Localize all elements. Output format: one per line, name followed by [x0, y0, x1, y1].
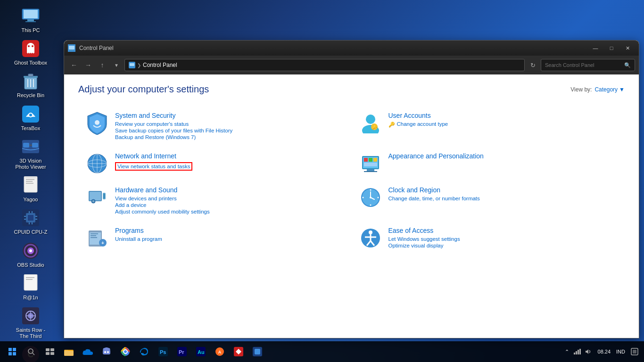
taskbar-search[interactable]	[23, 343, 40, 360]
refresh-button[interactable]: ↻	[527, 59, 539, 71]
svg-rect-22	[24, 176, 37, 192]
task-view-button[interactable]	[41, 343, 58, 360]
svg-text:Ps: Ps	[160, 349, 166, 355]
view-by-value[interactable]: Category ▼	[594, 86, 625, 93]
svg-rect-34	[29, 211, 30, 213]
system-security-link-2[interactable]: Backup and Restore (Windows 7)	[115, 134, 344, 140]
maximize-button[interactable]: □	[604, 42, 619, 54]
tray-show-hidden[interactable]: ⌃	[563, 347, 571, 356]
window-addressbar: ← → ↑ ▼ ❯ Control Panel ↻ 🔍	[64, 56, 639, 74]
svg-rect-73	[369, 158, 372, 162]
taskbar-file-explorer[interactable]	[60, 343, 77, 360]
search-input[interactable]	[545, 62, 622, 68]
notification-button[interactable]	[629, 346, 640, 357]
clock-title[interactable]: Clock and Region	[388, 186, 618, 194]
appearance-icon	[359, 152, 382, 175]
system-security-title[interactable]: System and Security	[115, 112, 344, 119]
svg-rect-30	[24, 216, 26, 217]
address-text: Control Panel	[143, 62, 177, 68]
svg-point-83	[92, 200, 94, 202]
svg-rect-44	[26, 279, 33, 280]
desktop-icon-cpuid[interactable]: CPUID CPU-Z	[12, 206, 50, 238]
svg-rect-75	[364, 163, 377, 166]
desktop-icon-obs[interactable]: OBS Studio	[12, 239, 50, 271]
svg-rect-81	[104, 194, 105, 198]
taskbar-chrome[interactable]	[117, 343, 134, 360]
desktop-icon-recycle-bin[interactable]: Recycle Bin	[12, 69, 50, 101]
nav-back-button[interactable]: ←	[68, 59, 80, 71]
system-security-link-0[interactable]: Review your computer's status	[115, 121, 344, 127]
taskbar-edge[interactable]	[136, 343, 153, 360]
svg-rect-3	[25, 21, 36, 22]
desktop-icon-r1n[interactable]: R@1n	[12, 271, 50, 304]
desktop-icon-3d-vision[interactable]: 3D Vision Photo Viewer	[12, 134, 50, 173]
hardware-link-2[interactable]: Adjust commonly used mobility settings	[115, 209, 344, 214]
svg-text:Au: Au	[198, 349, 205, 355]
time-display[interactable]: 08.24	[596, 348, 613, 355]
icon-label-recycle-bin: Recycle Bin	[17, 92, 44, 99]
taskbar-app-blue[interactable]	[249, 343, 266, 360]
svg-rect-11	[28, 74, 33, 76]
svg-rect-35	[32, 211, 33, 213]
svg-rect-2	[27, 19, 34, 21]
taskbar-onedrive[interactable]	[79, 343, 96, 360]
ease-icon	[359, 227, 382, 249]
ease-title[interactable]: Ease of Access	[388, 227, 618, 234]
taskbar-photoshop[interactable]: Ps	[155, 343, 172, 360]
desktop-icon-this-pc[interactable]: This PC	[12, 4, 50, 36]
tray-network[interactable]	[573, 347, 582, 356]
svg-point-7	[28, 45, 30, 47]
appearance-title[interactable]: Appearance and Personalization	[388, 152, 618, 160]
desktop-icon-area: This PC Ghost Toolbox	[0, 0, 61, 341]
network-link-0[interactable]: View network status and tasks	[115, 162, 192, 171]
window-controls: — □ ✕	[588, 42, 635, 54]
svg-rect-107	[13, 348, 16, 351]
ease-link-1[interactable]: Optimize visual display	[388, 243, 618, 248]
minimize-button[interactable]: —	[588, 42, 603, 54]
tray-volume[interactable]	[584, 347, 592, 356]
hardware-link-1[interactable]: Add a device	[115, 202, 344, 208]
svg-point-17	[29, 114, 32, 116]
desktop-icon-ghost-toolbox[interactable]: Ghost Toolbox	[12, 36, 50, 69]
taskbar-audition[interactable]: Au	[192, 343, 209, 360]
close-button[interactable]: ✕	[620, 42, 635, 54]
nav-up-button[interactable]: ↑	[96, 59, 108, 71]
search-box[interactable]: 🔍	[541, 59, 635, 71]
start-button[interactable]	[4, 343, 21, 360]
view-by: View by: Category ▼	[570, 86, 625, 93]
svg-rect-6	[27, 47, 34, 52]
desktop-icon-yagoo[interactable]: Yagoo	[12, 173, 50, 206]
programs-link-0[interactable]: Uninstall a program	[115, 236, 344, 242]
system-security-link-1[interactable]: Save backup copies of your files with Fi…	[115, 128, 344, 133]
svg-rect-33	[35, 219, 37, 220]
path-icon	[129, 62, 135, 68]
taskbar-discord[interactable]	[98, 343, 115, 360]
desktop-icon-terabox[interactable]: TeraBox	[12, 102, 50, 134]
user-accounts-title[interactable]: User Accounts	[388, 112, 618, 119]
user-accounts-icon: 🔑	[359, 112, 382, 134]
nav-forward-button[interactable]: →	[82, 59, 94, 71]
nav-recent-button[interactable]: ▼	[110, 59, 123, 71]
svg-rect-24	[26, 179, 34, 180]
clock-link-0[interactable]: Change date, time, or number formats	[388, 196, 618, 201]
svg-point-110	[28, 349, 33, 354]
chevron-down-icon: ▼	[619, 86, 625, 93]
programs-title[interactable]: Programs	[115, 227, 344, 234]
svg-text:Pr: Pr	[179, 349, 184, 355]
address-right: ↻	[527, 59, 539, 71]
taskbar-app-red[interactable]	[230, 343, 247, 360]
cp-section-ease: Ease of Access Let Windows suggest setti…	[352, 221, 625, 255]
desktop-icon-saints-row[interactable]: Saints Row - The Third	[12, 304, 50, 342]
cp-section-programs: + Programs Uninstall a program	[78, 221, 352, 255]
ease-link-0[interactable]: Let Windows suggest settings	[388, 236, 618, 242]
taskbar-app-orange[interactable]: A	[211, 343, 228, 360]
taskbar-premiere[interactable]: Pr	[173, 343, 190, 360]
svg-rect-76	[367, 169, 374, 171]
icon-label-this-pc: This PC	[21, 27, 40, 33]
network-title[interactable]: Network and Internet	[115, 152, 344, 160]
hardware-link-0[interactable]: View devices and printers	[115, 196, 344, 201]
address-path[interactable]: ❯ Control Panel	[124, 59, 525, 71]
user-accounts-link-0[interactable]: Change account type	[397, 121, 448, 127]
hardware-title[interactable]: Hardware and Sound	[115, 186, 344, 194]
control-panel-content: Adjust your computer's settings View by:…	[64, 74, 639, 338]
